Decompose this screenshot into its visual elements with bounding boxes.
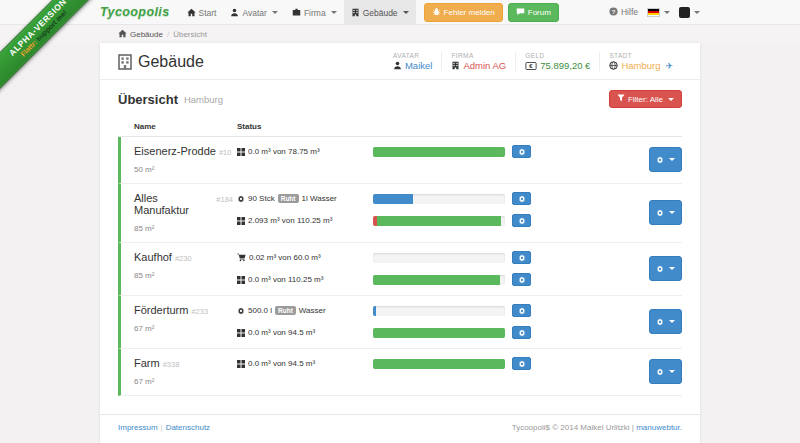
svg-text:€: € (530, 63, 534, 69)
language-dropdown[interactable] (647, 8, 670, 17)
status-text: 2.093 m³ von 110.25 m³ (248, 216, 332, 225)
account-dropdown[interactable] (679, 7, 700, 18)
breadcrumb: Gebäude / Übersicht (100, 25, 700, 43)
building-action-cell (649, 357, 682, 386)
player-stats: AVATARMaikelFIRMAAdmin AGGELD€75.899,20 … (384, 52, 682, 71)
building-row: Kaufhof#23085 m²0.02 m³ von 60.0 m³0.0 m… (118, 243, 682, 296)
help-link[interactable]: ? Hilfe (609, 7, 638, 18)
progress-segment (373, 194, 413, 204)
nav-item-avatar[interactable]: Avatar (223, 0, 284, 25)
status-text: 90 Stck (248, 194, 275, 203)
line-settings-button[interactable] (512, 273, 531, 286)
status-text: 0.0 m³ von 78.75 m³ (248, 147, 320, 156)
line-settings-button[interactable] (512, 192, 531, 205)
stat-value[interactable]: Maikel (393, 60, 432, 71)
progress-segment (373, 147, 505, 157)
status-line: 0.0 m³ von 78.75 m³ (237, 145, 531, 158)
building-name[interactable]: Eisenerz-Prodde (134, 145, 216, 157)
breadcrumb-root[interactable]: Gebäude (118, 29, 163, 40)
storage-icon (237, 217, 245, 225)
building-actions-dropdown[interactable] (649, 256, 682, 281)
caret-down-icon (694, 11, 700, 14)
line-settings-button[interactable] (512, 304, 531, 317)
status-line: 0.0 m³ von 94.5 m³ (237, 326, 531, 339)
line-settings-button[interactable] (512, 326, 531, 339)
building-action-cell (649, 192, 682, 233)
building-id: #230 (175, 254, 192, 263)
stat-value-text: Hamburg (621, 60, 660, 71)
stat-value-text: 75.899,20 € (540, 60, 590, 71)
building-actions-dropdown[interactable] (649, 200, 682, 225)
building-actions-dropdown[interactable] (649, 147, 682, 172)
footer-separator: | (161, 423, 163, 432)
progress-bar (373, 359, 505, 369)
line-settings-button[interactable] (512, 251, 531, 264)
stat-label: GELD (525, 52, 590, 59)
column-header-status: Status (237, 122, 261, 131)
stat-value[interactable]: €75.899,20 € (525, 60, 590, 71)
nav-item-label: Gebäude (363, 8, 398, 18)
progress-segment (373, 275, 500, 285)
footer-link-impressum[interactable]: Impressum (118, 423, 158, 432)
line-settings-button[interactable] (512, 145, 531, 158)
gear-icon (518, 250, 526, 265)
nav-item-label: Start (199, 8, 217, 18)
cart-icon (237, 253, 246, 262)
gear-icon (518, 356, 526, 371)
footer-link-datenschutz[interactable]: Datenschutz (166, 423, 210, 432)
user-icon (393, 61, 402, 70)
table-header: Name Status (118, 116, 682, 137)
building-row: Farm#33867 m²0.0 m³ von 94.5 m³ (118, 349, 682, 396)
building-name[interactable]: Alles Manufaktur (134, 192, 213, 216)
page-header: Gebäude AVATARMaikelFIRMAAdmin AGGELD€75… (100, 43, 700, 80)
gear-icon (518, 144, 526, 159)
stat-value[interactable]: Admin AG (451, 60, 506, 71)
brand-logo[interactable]: Tycoopolis (100, 5, 170, 19)
nav-item-firma[interactable]: Firma (285, 0, 344, 25)
building-id: #10 (219, 148, 232, 157)
stat-value[interactable]: Hamburg✈ (609, 60, 673, 71)
building-action-cell (649, 145, 682, 174)
status-line: 0.0 m³ von 94.5 m³ (237, 357, 531, 370)
home-icon (118, 29, 127, 40)
forum-button[interactable]: Forum (508, 3, 559, 22)
nav-item-label: Avatar (242, 8, 266, 18)
storage-icon (237, 360, 245, 368)
progress-bar (373, 328, 505, 338)
filter-dropdown-button[interactable]: Filter: Alle (609, 90, 682, 108)
status-badge: Ruht (278, 194, 299, 203)
status-text-2: Wasser (299, 306, 326, 315)
building-icon (351, 8, 360, 17)
comment-icon (516, 7, 525, 18)
building-name[interactable]: Farm (134, 357, 160, 369)
gear-icon (518, 272, 526, 287)
gear-icon (518, 303, 526, 318)
breadcrumb-bar: Gebäude / Übersicht (0, 25, 800, 43)
status-text: 0.0 m³ von 94.5 m³ (248, 328, 315, 337)
column-header-name: Name (134, 122, 237, 131)
line-settings-button[interactable] (512, 214, 531, 227)
building-status-cell: 0.02 m³ von 60.0 m³0.0 m³ von 110.25 m³ (237, 251, 531, 286)
plane-icon[interactable]: ✈ (665, 61, 673, 71)
gear-icon (518, 191, 526, 206)
line-settings-button[interactable] (512, 357, 531, 370)
building-name[interactable]: Kaufhof (134, 251, 172, 263)
stat-label: FIRMA (451, 52, 506, 59)
status-text-2: 1l Wasser (302, 194, 337, 203)
building-actions-dropdown[interactable] (649, 359, 682, 384)
gear-icon (518, 213, 526, 228)
nav-item-start[interactable]: Start (180, 0, 224, 25)
building-size: 67 m² (134, 324, 233, 333)
top-navbar: Tycoopolis StartAvatarFirmaGebäude Fehle… (0, 0, 800, 25)
svg-text:?: ? (612, 8, 616, 14)
building-actions-dropdown[interactable] (649, 309, 682, 334)
building-status-cell: 500.0 lRuhtWasser0.0 m³ von 94.5 m³ (237, 304, 531, 339)
building-icon (118, 54, 132, 70)
footer-link-manuwebtur[interactable]: manuwebtur. (636, 423, 682, 432)
status-line: 0.02 m³ von 60.0 m³ (237, 251, 531, 264)
nav-item-gebaeude[interactable]: Gebäude (344, 0, 416, 25)
caret-down-icon (664, 11, 670, 14)
building-name[interactable]: Förderturm (134, 304, 188, 316)
home-icon (187, 8, 196, 17)
report-bug-button[interactable]: Fehler melden (424, 3, 503, 22)
